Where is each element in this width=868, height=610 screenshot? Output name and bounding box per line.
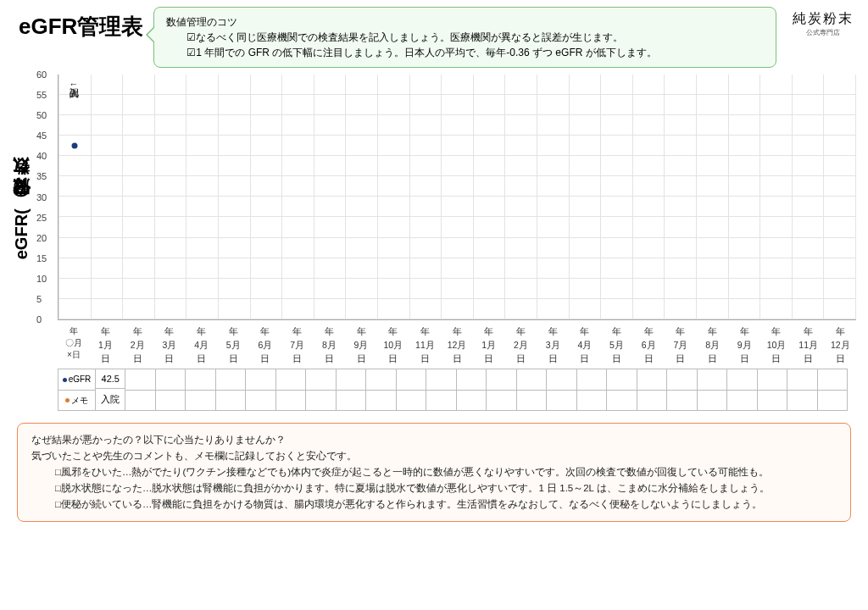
notes-line: なぜ結果が悪かったの？以下に心当たりありませんか？ — [31, 432, 837, 448]
xaxis-month: 〇月 — [58, 337, 90, 349]
xaxis-col: 年12月日 — [825, 320, 857, 369]
x-axis: 年 〇月 ×日 年1月日 年2月日 年3月日 年4月日 年5月日 年6月日 年7… — [58, 320, 856, 369]
notes-line: □風邪をひいた…熱がでたり(ワクチン接種などでも)体内で炎症が起こると一時的に数… — [31, 464, 837, 480]
ytick: 15 — [36, 253, 47, 263]
xaxis-col: 年7月日 — [665, 320, 697, 369]
table-col — [577, 369, 607, 410]
notes-line: 気づいたことや先生のコメントも、メモ欄に記録しておくと安心です。 — [31, 448, 837, 464]
table-col — [125, 369, 155, 410]
brand-subtitle: 公式専門店 — [787, 28, 860, 37]
table-col — [366, 369, 396, 410]
tips-callout: 数値管理のコツ ☑なるべく同じ医療機関での検査結果を記入しましょう。医療機関が異… — [153, 7, 776, 68]
table-header-egfr: eGFR — [58, 369, 95, 391]
cell-memo: 入院 — [96, 389, 125, 410]
xaxis-col: 年6月日 — [249, 320, 281, 369]
table-col-example: 42.5 入院 — [96, 369, 125, 410]
ytick: 60 — [36, 69, 47, 80]
tip-line-1: ☑なるべく同じ医療機関での検査結果を記入しましょう。医療機関が異なると誤差が生じ… — [166, 30, 764, 45]
header: eGFR管理表 数値管理のコツ ☑なるべく同じ医療機関での検査結果を記入しましょ… — [8, 7, 860, 68]
xaxis-col: 年1月日 — [473, 320, 505, 369]
table-col — [667, 369, 697, 410]
notes-callout: なぜ結果が悪かったの？以下に心当たりありませんか？ 気づいたことや先生のコメント… — [17, 423, 851, 522]
xaxis-col: 年11月日 — [409, 320, 442, 369]
ytick: 0 — [36, 314, 42, 324]
table-col — [787, 369, 817, 410]
ytick: 30 — [36, 192, 47, 202]
xaxis-col: 年5月日 — [217, 320, 249, 369]
table-col — [727, 369, 757, 410]
page: eGFR管理表 数値管理のコツ ☑なるべく同じ医療機関での検査結果を記入しましょ… — [0, 0, 868, 610]
table-col — [457, 369, 487, 410]
chart-row: eGFR(腎臓の点数) 0 5 10 15 20 25 30 35 40 45 … — [8, 75, 860, 369]
ytick: 10 — [36, 274, 47, 284]
page-title: eGFR管理表 — [8, 7, 143, 42]
tip-title: 数値管理のコツ — [166, 14, 764, 30]
table-col — [246, 369, 275, 410]
notes-line: □脱水状態になった…脱水状態は腎機能に負担がかかります。特に夏場は脱水で数値が悪… — [31, 480, 837, 496]
ytick: 50 — [36, 110, 47, 120]
plot: 0 5 10 15 20 25 30 35 40 45 50 55 60 記入例… — [58, 75, 856, 320]
xaxis-col: 年2月日 — [505, 320, 537, 369]
table-col — [487, 369, 516, 410]
table-col — [186, 369, 215, 410]
xaxis-col: 年6月日 — [632, 320, 665, 369]
table-col — [337, 369, 366, 410]
xaxis-col: 年9月日 — [345, 320, 377, 369]
data-point-example — [71, 143, 77, 149]
dot-icon — [63, 378, 67, 382]
ytick: 25 — [36, 213, 47, 223]
xaxis-col: 年9月日 — [728, 320, 760, 369]
y-axis-label: eGFR(腎臓の点数) — [8, 75, 32, 369]
table-col — [607, 369, 637, 410]
xaxis-col: 年5月日 — [601, 320, 633, 369]
xaxis-col: 年4月日 — [186, 320, 218, 369]
xaxis-col: 年7月日 — [281, 320, 314, 369]
table-col — [216, 369, 246, 410]
brand-block: 純炭粉末 公式専門店 — [787, 7, 860, 37]
table-col — [758, 369, 787, 410]
table-col — [637, 369, 667, 410]
cell-egfr: 42.5 — [96, 369, 125, 389]
table-header-memo: メモ — [58, 391, 95, 411]
notes-line: □便秘が続いている…腎機能に負担をかける物質は、腸内環境が悪化すると作られます。… — [31, 496, 837, 513]
xaxis-col: 年3月日 — [537, 320, 569, 369]
dot-icon — [65, 398, 70, 402]
data-table: eGFR メモ 42.5 入院 — [58, 369, 848, 411]
ytick: 20 — [36, 233, 47, 243]
xaxis-year: 年 — [58, 325, 90, 337]
ytick: 45 — [36, 130, 47, 141]
ytick: 35 — [36, 171, 47, 181]
xaxis-col: 年8月日 — [697, 320, 729, 369]
table-col — [397, 369, 426, 410]
xaxis-col: 年10月日 — [760, 320, 793, 369]
xaxis-col: 年2月日 — [121, 320, 153, 369]
ytick: 40 — [36, 151, 47, 161]
table-header-col: eGFR メモ — [58, 369, 96, 410]
table-col — [517, 369, 547, 410]
xaxis-col: 年8月日 — [314, 320, 346, 369]
plot-area: 0 5 10 15 20 25 30 35 40 45 50 55 60 記入例… — [32, 75, 860, 369]
table-col — [306, 369, 336, 410]
brand-name: 純炭粉末 — [787, 10, 860, 28]
xaxis-col: 年4月日 — [569, 320, 601, 369]
ytick: 55 — [36, 90, 47, 100]
ytick: 5 — [36, 294, 42, 304]
xaxis-col: 年1月日 — [90, 320, 122, 369]
xaxis-col: 年10月日 — [377, 320, 409, 369]
table-col — [547, 369, 576, 410]
xaxis-col: 年11月日 — [793, 320, 825, 369]
example-annotation: 記入例↓ — [68, 80, 81, 88]
table-col — [818, 369, 848, 410]
xaxis-day: ×日 — [58, 349, 90, 361]
table-body: 42.5 入院 — [96, 369, 848, 410]
table-col — [698, 369, 727, 410]
table-col — [156, 369, 186, 410]
table-col — [426, 369, 456, 410]
xaxis-col: 年12月日 — [441, 320, 473, 369]
table-col — [276, 369, 306, 410]
xaxis-first-col: 年 〇月 ×日 — [58, 320, 90, 369]
tip-line-2: ☑1 年間での GFR の低下幅に注目しましょう。日本人の平均で、毎年-0.36… — [166, 45, 764, 60]
xaxis-col: 年3月日 — [153, 320, 186, 369]
